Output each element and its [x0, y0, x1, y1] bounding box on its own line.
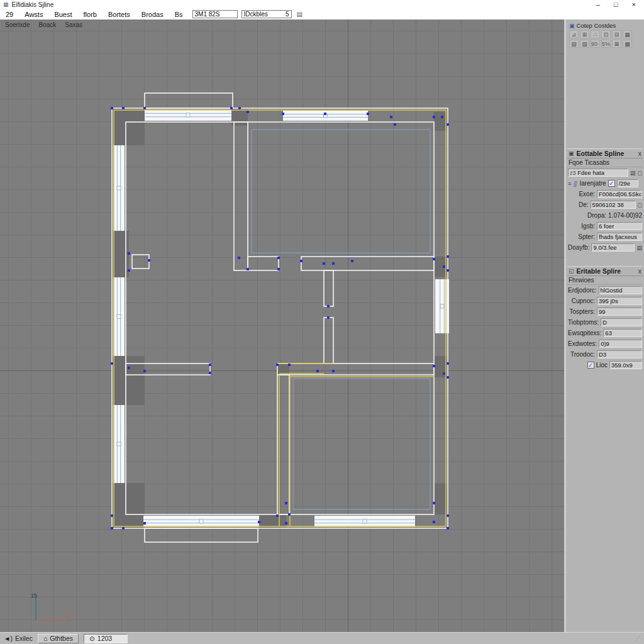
vertex-handle[interactable] [277, 268, 280, 270]
vertex-handle[interactable] [443, 372, 445, 375]
rollout-close-icon[interactable]: x [638, 267, 641, 275]
vertex-handle[interactable] [390, 116, 392, 118]
text-field[interactable]: 5906102 38 [591, 201, 636, 209]
vertex-handle[interactable] [282, 113, 284, 115]
vertex-handle[interactable] [209, 372, 211, 374]
vertex-handle[interactable] [367, 113, 369, 115]
vertex-handle[interactable] [143, 370, 146, 372]
lock-value-field[interactable]: 359.0x9 [609, 361, 642, 369]
menu-item-florb[interactable]: florb [78, 11, 103, 18]
list-icon[interactable]: ≡ [568, 180, 571, 187]
vertex-handle[interactable] [433, 521, 435, 523]
text-field[interactable]: 6 foer [597, 222, 642, 230]
vertex-handle[interactable] [111, 362, 113, 365]
menu-item-29[interactable]: 29 [0, 11, 19, 18]
maximize-button[interactable]: □ [614, 1, 618, 8]
vertex-handle[interactable] [276, 514, 279, 517]
menu-item-buest[interactable]: Buest [48, 11, 77, 18]
vertex-handle[interactable] [230, 107, 233, 109]
toolbox-tool-icon-2[interactable]: ⊞ [580, 30, 589, 38]
pin-icon[interactable]: ◻ [638, 170, 642, 176]
window-center-handle[interactable] [186, 113, 190, 117]
vertex-handle[interactable] [111, 514, 113, 517]
vertex-handle[interactable] [285, 502, 287, 504]
vertex-handle[interactable] [288, 513, 291, 516]
grid-toggle-button[interactable]: ⌂ Gthtbes [38, 634, 79, 643]
text-field[interactable]: F008cd|06.5Skos 347 [597, 190, 642, 198]
vertex-handle[interactable] [258, 521, 260, 523]
menu-item-bs[interactable]: Bs [169, 11, 189, 18]
vertex-handle[interactable] [238, 257, 240, 259]
param-checkbox[interactable]: ✓ [608, 180, 615, 187]
window-center-handle[interactable] [117, 186, 121, 190]
window-center-handle[interactable] [440, 304, 444, 308]
vertex-handle[interactable] [316, 370, 319, 372]
toolbox-tool-icon-11[interactable]: ⊠ [612, 40, 621, 48]
toolbox-tool-icon-6[interactable]: ▦ [623, 30, 632, 38]
field-side-icon[interactable]: ◻ [638, 202, 642, 208]
text-field[interactable]: 9.0/3.fee [591, 243, 635, 252]
viewport[interactable]: SoerixdeBoackSaxas 1512 [0, 19, 564, 632]
minimize-button[interactable]: – [596, 1, 600, 8]
text-field[interactable]: hlGostid [599, 286, 642, 294]
vertex-handle[interactable] [128, 367, 130, 369]
vertex-handle[interactable] [447, 269, 449, 272]
vertex-handle[interactable] [433, 258, 435, 260]
toolbox-tool-icon-1[interactable]: ⊿ [569, 30, 579, 38]
toolbox-tool-icon-4[interactable]: ⊡ [601, 30, 611, 38]
vertex-handle[interactable] [148, 259, 150, 262]
window-center-handle[interactable] [199, 519, 203, 523]
toolbox-tool-icon-8[interactable]: ▧ [580, 40, 589, 48]
stack-icon[interactable]: ▤ [630, 170, 636, 176]
vertex-handle[interactable] [332, 262, 335, 265]
vertex-handle[interactable] [351, 260, 353, 262]
vertex-handle[interactable] [447, 362, 449, 365]
vertex-handle[interactable] [209, 364, 211, 366]
vertex-handle[interactable] [332, 370, 335, 372]
toolbox-tool-icon-7[interactable]: ▨ [569, 40, 579, 48]
close-button[interactable]: × [632, 1, 636, 8]
coordinate-readout[interactable]: ⊙ 1203 [84, 634, 128, 643]
selection-combo[interactable]: IDckbles 5 [242, 10, 292, 18]
text-field[interactable]: D3 [597, 350, 642, 358]
vertex-handle[interactable] [111, 527, 113, 530]
vertex-handle[interactable] [128, 269, 130, 272]
vertex-handle[interactable] [143, 107, 146, 109]
vertex-handle[interactable] [394, 123, 396, 126]
coordinate-input[interactable]: 3M1 82S [192, 10, 238, 18]
floorplan-canvas[interactable]: 1512 [0, 19, 564, 632]
vertex-handle[interactable] [433, 116, 435, 118]
toolbox-tool-icon-3[interactable]: ∴ [591, 30, 600, 38]
vertex-handle[interactable] [285, 522, 287, 525]
vertex-handle[interactable] [122, 527, 125, 530]
menu-item-awsts[interactable]: Awsts [19, 11, 48, 18]
vertex-handle[interactable] [447, 255, 449, 258]
resize-grip-icon[interactable]: ⋰ [635, 635, 640, 641]
rollout-close-icon[interactable]: x [638, 150, 641, 157]
text-field[interactable]: D [601, 318, 642, 326]
curve-icon[interactable]: ∬ [573, 180, 577, 187]
rollout-header[interactable]: ◱ Eritable Splire x [567, 266, 643, 276]
vertex-handle[interactable] [447, 376, 449, 379]
rollout-header[interactable]: ▣ Eottable Spline x [567, 148, 643, 158]
window-center-handle[interactable] [363, 519, 367, 523]
vertex-handle[interactable] [447, 514, 449, 517]
vertex-handle[interactable] [327, 305, 330, 308]
object-name-field[interactable]: z3 Fdee hata [568, 169, 628, 177]
vertex-handle[interactable] [447, 527, 449, 530]
toolbox-tool-icon-5[interactable]: ⊟ [612, 30, 621, 38]
print-icon[interactable]: ▤ [297, 11, 303, 18]
lock-checkbox[interactable]: ✓ [587, 362, 594, 369]
vertex-handle[interactable] [111, 107, 113, 109]
vertex-handle[interactable] [247, 111, 249, 113]
window-center-handle[interactable] [117, 442, 121, 446]
vertex-handle[interactable] [122, 107, 125, 109]
window-center-handle[interactable] [117, 315, 121, 319]
vertex-handle[interactable] [433, 365, 435, 367]
vertex-handle[interactable] [300, 260, 303, 262]
param-field[interactable]: /29e [617, 179, 638, 187]
vertex-handle[interactable] [433, 502, 435, 504]
toolbox-tool-icon-12[interactable]: ▩ [623, 40, 632, 48]
vertex-handle[interactable] [288, 364, 291, 366]
vertex-handle[interactable] [128, 252, 130, 255]
